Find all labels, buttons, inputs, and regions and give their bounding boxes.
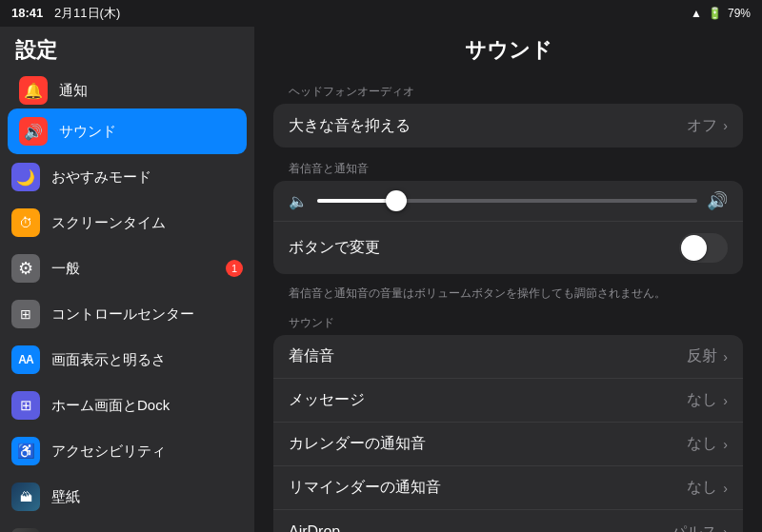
homescreen-label: ホーム画面とDock	[51, 397, 243, 415]
button-change-label: ボタンで変更	[289, 238, 679, 258]
screentime-label: スクリーンタイム	[51, 214, 243, 232]
sidebar-item-screentime[interactable]: ⏱ スクリーンタイム	[0, 200, 254, 246]
controlcenter-icon: ⊞	[11, 300, 40, 328]
reminder-chevron: ›	[723, 481, 728, 496]
screentime-icon: ⏱	[11, 208, 40, 237]
reduce-loud-sounds-row[interactable]: 大きな音を抑える オフ ›	[273, 104, 743, 148]
volume-slider-fill	[317, 199, 393, 203]
status-indicators: ▲ 🔋 79%	[691, 7, 751, 20]
general-label: 一般	[51, 260, 226, 278]
volume-slider-thumb[interactable]	[386, 190, 407, 211]
calendar-label: カレンダーの通知音	[289, 434, 687, 454]
sidebar-item-controlcenter[interactable]: ⊞ コントロールセンター	[0, 291, 254, 337]
sidebar-item-donotdisturb[interactable]: 🌙 おやすみモード	[0, 154, 254, 200]
battery-percent: 79%	[728, 7, 751, 20]
headphone-group: 大きな音を抑える オフ ›	[273, 104, 743, 148]
general-icon: ⚙	[11, 254, 40, 283]
wallpaper-label: 壁紙	[51, 488, 243, 506]
volume-note: 着信音と通知音の音量はボリュームボタンを操作しても調節されません。	[273, 282, 743, 309]
display-icon: AA	[11, 345, 40, 374]
sidebar-item-accessibility[interactable]: ♿ アクセシビリティ	[0, 428, 254, 474]
homescreen-icon: ⊞	[11, 391, 40, 420]
notification-icon: 🔔	[19, 76, 48, 105]
button-change-row[interactable]: ボタンで変更	[273, 222, 743, 274]
accessibility-label: アクセシビリティ	[51, 443, 243, 461]
notification-label: 通知	[59, 82, 235, 100]
sound-label: サウンド	[59, 123, 235, 141]
donotdisturb-label: おやすみモード	[51, 168, 243, 187]
reminder-label: リマインダーの通知音	[289, 478, 687, 498]
reduce-loud-sounds-chevron: ›	[723, 118, 728, 133]
controlcenter-label: コントロールセンター	[51, 305, 243, 324]
sidebar-item-display[interactable]: AA 画面表示と明るさ	[0, 337, 254, 383]
accessibility-icon: ♿	[11, 437, 40, 465]
calendar-value: なし	[687, 434, 717, 454]
reminder-value: なし	[687, 478, 717, 498]
reduce-loud-sounds-label: 大きな音を抑える	[289, 116, 687, 136]
status-bar: 18:41 2月11日(木) ▲ 🔋 79%	[0, 0, 762, 27]
airdrop-row[interactable]: AirDrop パルス ›	[273, 510, 743, 532]
display-label: 画面表示と明るさ	[51, 351, 243, 369]
message-label: メッセージ	[289, 390, 687, 410]
sounds-section-label: サウンド	[273, 309, 743, 335]
ringtone-chevron: ›	[723, 349, 728, 365]
content-area: サウンド ヘッドフォンオーディオ 大きな音を抑える オフ › 着信音と通知音 🔈…	[254, 27, 762, 532]
airdrop-chevron: ›	[723, 524, 728, 532]
airdrop-label: AirDrop	[289, 523, 672, 532]
headphone-section-label: ヘッドフォンオーディオ	[273, 78, 743, 104]
sidebar-item-siri[interactable]: ◉ Siriと検索	[0, 520, 254, 532]
volume-row[interactable]: 🔈 🔊	[273, 181, 743, 222]
sidebar-title: 設定	[0, 27, 254, 72]
message-value: なし	[687, 390, 717, 410]
wallpaper-icon: 🏔	[11, 483, 40, 511]
battery-icon: 🔋	[708, 7, 722, 20]
sidebar-item-homescreen[interactable]: ⊞ ホーム画面とDock	[0, 383, 254, 428]
content-title: サウンド	[273, 27, 743, 78]
message-chevron: ›	[723, 393, 728, 408]
sounds-group: 着信音 反射 › メッセージ なし › カレンダーの通知音 なし › リマインダ…	[273, 335, 743, 532]
calendar-chevron: ›	[723, 437, 728, 452]
sidebar-item-general[interactable]: ⚙ 一般 1	[0, 246, 254, 291]
ringtone-group: 🔈 🔊 ボタンで変更	[273, 181, 743, 274]
sidebar-item-sound[interactable]: 🔊 サウンド	[8, 108, 247, 154]
volume-slider-track[interactable]	[317, 199, 697, 203]
ringtone-row[interactable]: 着信音 反射 ›	[273, 335, 743, 379]
siri-icon: ◉	[11, 528, 40, 532]
sound-icon: 🔊	[19, 117, 48, 146]
ringtone-value: 反射	[687, 346, 717, 366]
ringtone-section-label: 着信音と通知音	[273, 155, 743, 181]
sidebar-item-notification[interactable]: 🔔 通知	[0, 72, 254, 108]
volume-low-icon: 🔈	[289, 192, 308, 210]
ringtone-row-label: 着信音	[289, 346, 687, 366]
button-change-toggle[interactable]	[679, 233, 728, 263]
general-badge: 1	[226, 260, 243, 277]
sidebar-item-wallpaper[interactable]: 🏔 壁紙	[0, 474, 254, 520]
reduce-loud-sounds-value: オフ	[687, 116, 717, 136]
calendar-row[interactable]: カレンダーの通知音 なし ›	[273, 423, 743, 466]
airdrop-value: パルス	[672, 522, 717, 533]
sidebar: 設定 🔔 通知 🔊 サウンド 🌙 おやすみモード ⏱ スクリーンタイム ⚙ 一般…	[0, 27, 254, 532]
wifi-icon: ▲	[691, 7, 702, 20]
message-row[interactable]: メッセージ なし ›	[273, 379, 743, 423]
volume-high-icon: 🔊	[707, 190, 728, 211]
donotdisturb-icon: 🌙	[11, 163, 40, 191]
reminder-row[interactable]: リマインダーの通知音 なし ›	[273, 466, 743, 510]
status-time: 18:41 2月11日(木)	[11, 5, 120, 22]
